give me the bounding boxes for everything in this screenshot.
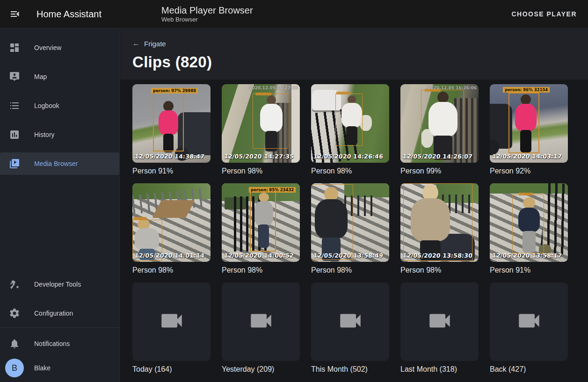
- folder-item-this-month[interactable]: This Month (502): [311, 282, 389, 374]
- page-title: Clips (820): [132, 53, 577, 71]
- sidebar-item-label: History: [34, 131, 55, 138]
- clip-timestamp: 12/05/2020 14:26:07: [402, 153, 473, 160]
- sidebar: Overview Map Logbook History Media Brows…: [0, 28, 120, 382]
- clip-caption: Person 98%: [222, 266, 300, 274]
- bell-icon: [9, 338, 20, 349]
- clips-grid: person: 97% 29988 12/05/2020 14:38:47 Pe…: [120, 79, 588, 374]
- clip-item[interactable]: 12/05/2020 13:58:49 Person 98%: [311, 183, 389, 274]
- clip-caption: Person 91%: [132, 167, 211, 175]
- back-arrow-icon: ←: [132, 39, 140, 48]
- clip-item[interactable]: 12/05/2020 13:58:30 Person 98%: [400, 183, 479, 274]
- folder-item-today[interactable]: Today (164): [132, 282, 211, 374]
- clip-timestamp: 12/05/2020 13:58:30: [402, 252, 473, 259]
- clip-thumbnail[interactable]: person: 97% 29988 12/05/2020 14:38:47: [132, 84, 211, 163]
- sidebar-item-label: Notifications: [34, 340, 70, 347]
- folder-thumbnail[interactable]: [222, 282, 300, 361]
- folder-item-back[interactable]: Back (427): [490, 282, 568, 374]
- main-header: ← Frigate Clips (820): [120, 28, 588, 79]
- sidebar-item-developer-tools[interactable]: Developer Tools: [0, 273, 119, 296]
- camera-osd-timestamp: 2020.12.05 16:27:35: [249, 86, 298, 90]
- clip-timestamp: 12/05/2020 14:38:47: [134, 153, 205, 160]
- sidebar-item-profile[interactable]: B Blake: [0, 355, 119, 381]
- clip-caption: Person 92%: [490, 167, 568, 175]
- sidebar-item-label: Logbook: [34, 102, 59, 109]
- top-app-bar: Home Assistant Media Player Browser Web …: [0, 0, 588, 28]
- folder-thumbnail[interactable]: [132, 282, 211, 361]
- sidebar-item-map[interactable]: Map: [0, 65, 119, 88]
- map-account-icon: [9, 71, 20, 82]
- clip-thumbnail[interactable]: 12/05/2020 14:01:14: [132, 183, 211, 262]
- clip-item[interactable]: 12/05/2020 13:58:17 Person 91%: [490, 183, 568, 274]
- clip-timestamp: 12/05/2020 14:27:35: [224, 153, 294, 160]
- choose-player-button[interactable]: CHOOSE PLAYER: [508, 7, 581, 22]
- breadcrumb-label: Frigate: [144, 40, 166, 48]
- clip-thumbnail[interactable]: 2020.12.05 16:27:35 12/05/2020 14:27:35: [222, 84, 300, 163]
- clip-item[interactable]: 12/05/2020 14:26:46 Person 98%: [311, 84, 389, 175]
- page-heading: Media Player Browser Web Browser: [161, 5, 253, 23]
- clip-item[interactable]: 12/05/2020 14:01:14 Person 98%: [132, 183, 211, 274]
- app-title: Home Assistant: [36, 9, 102, 20]
- detection-label: person: 95% 23432: [249, 187, 296, 193]
- sidebar-item-overview[interactable]: Overview: [0, 36, 119, 59]
- sidebar-item-label: Map: [34, 73, 47, 80]
- sidebar-toggle-icon[interactable]: [4, 3, 26, 25]
- detection-label: person: 97% 29988: [151, 88, 198, 94]
- clip-item[interactable]: person: 96% 32154 12/05/2020 14:03:17 Pe…: [490, 84, 568, 175]
- clip-timestamp: 12/05/2020 14:03:17: [492, 153, 562, 160]
- video-camera-icon: [247, 307, 275, 336]
- sidebar-item-logbook[interactable]: Logbook: [0, 94, 119, 117]
- folder-thumbnail[interactable]: [311, 282, 389, 361]
- clip-timestamp: 12/05/2020 14:00:52: [224, 252, 294, 259]
- clip-timestamp: 12/05/2020 14:01:14: [134, 252, 205, 259]
- folder-thumbnail[interactable]: [490, 282, 568, 361]
- sidebar-item-label: Overview: [34, 44, 61, 51]
- sidebar-item-history[interactable]: History: [0, 123, 119, 146]
- folder-item-yesterday[interactable]: Yesterday (209): [222, 282, 300, 374]
- sidebar-item-media-browser[interactable]: Media Browser: [0, 152, 119, 175]
- clip-item[interactable]: person: 97% 29988 12/05/2020 14:38:47 Pe…: [132, 84, 211, 175]
- clip-caption: Person 98%: [311, 266, 389, 274]
- clip-timestamp: 12/05/2020 13:58:17: [492, 252, 562, 259]
- clip-item[interactable]: person: 95% 23432 12/05/2020 14:00:52 Pe…: [222, 183, 300, 274]
- folder-item-last-month[interactable]: Last Month (318): [400, 282, 479, 374]
- sidebar-item-label: Configuration: [34, 310, 73, 317]
- sidebar-item-label: Developer Tools: [34, 281, 81, 288]
- history-chart-icon: [9, 129, 20, 140]
- sidebar-item-notifications[interactable]: Notifications: [0, 332, 119, 355]
- folder-label: This Month (502): [311, 365, 389, 374]
- folder-label: Today (164): [132, 365, 211, 374]
- video-camera-icon: [426, 307, 453, 336]
- gear-icon: [9, 308, 20, 319]
- sidebar-item-label: Media Browser: [34, 160, 78, 167]
- camera-osd-timestamp: 2020.12.05 16:26:06: [428, 86, 477, 90]
- avatar: B: [5, 359, 24, 377]
- breadcrumb[interactable]: ← Frigate: [132, 39, 166, 48]
- video-camera-icon: [158, 307, 185, 336]
- video-camera-icon: [337, 307, 364, 336]
- clip-item[interactable]: 2020.12.05 16:27:35 12/05/2020 14:27:35 …: [222, 84, 300, 175]
- clip-timestamp: 12/05/2020 14:26:46: [313, 153, 384, 160]
- clip-thumbnail[interactable]: 12/05/2020 13:58:30: [400, 183, 479, 262]
- clip-caption: Person 98%: [400, 266, 479, 274]
- clip-caption: Person 99%: [400, 167, 479, 175]
- clip-thumbnail[interactable]: 12/05/2020 13:58:49: [311, 183, 389, 262]
- folder-label: Last Month (318): [400, 365, 479, 374]
- logbook-list-icon: [9, 100, 20, 111]
- clip-thumbnail[interactable]: 12/05/2020 14:26:46: [311, 84, 389, 163]
- clip-thumbnail[interactable]: 12/05/2020 13:58:17: [490, 183, 568, 262]
- page-subtitle: Web Browser: [161, 16, 253, 23]
- clip-item[interactable]: 2020.12.05 16:26:06 12/05/2020 14:26:07 …: [400, 84, 479, 175]
- folder-label: Back (427): [490, 365, 568, 374]
- topbar-left: Home Assistant: [0, 3, 120, 25]
- clip-caption: Person 98%: [132, 266, 211, 274]
- dashboard-icon: [9, 42, 20, 53]
- sidebar-item-label: Blake: [34, 364, 51, 372]
- folder-thumbnail[interactable]: [400, 282, 479, 361]
- hammer-icon: [9, 279, 20, 290]
- clip-thumbnail[interactable]: 2020.12.05 16:26:06 12/05/2020 14:26:07: [400, 84, 479, 163]
- detection-label: person: 96% 32154: [503, 87, 550, 93]
- clip-thumbnail[interactable]: person: 95% 23432 12/05/2020 14:00:52: [222, 183, 300, 262]
- clip-timestamp: 12/05/2020 13:58:49: [313, 252, 384, 259]
- clip-thumbnail[interactable]: person: 96% 32154 12/05/2020 14:03:17: [490, 84, 568, 163]
- sidebar-item-configuration[interactable]: Configuration: [0, 302, 119, 324]
